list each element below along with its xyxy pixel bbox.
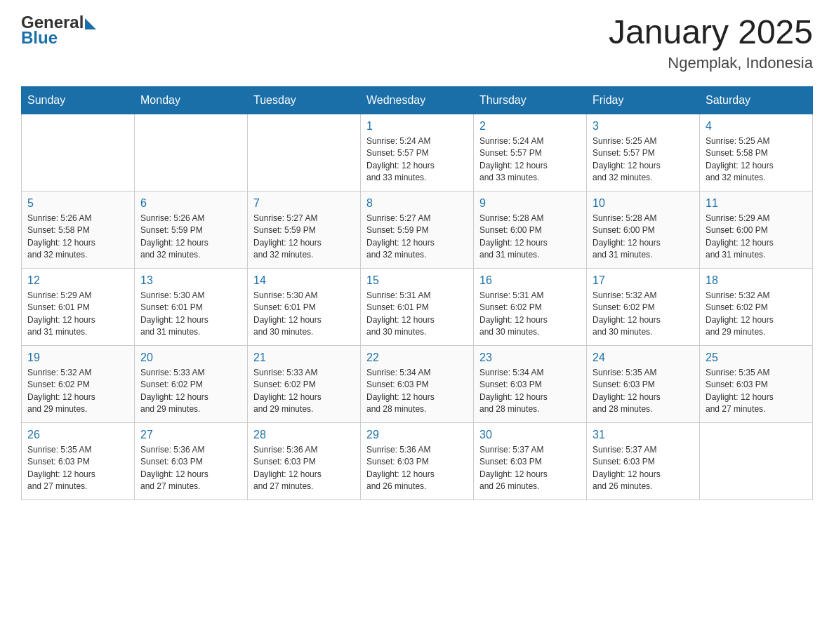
calendar-day-cell: 20Sunrise: 5:33 AM Sunset: 6:02 PM Dayli… xyxy=(135,345,248,422)
day-number: 15 xyxy=(366,274,468,287)
day-info: Sunrise: 5:32 AM Sunset: 6:02 PM Dayligh… xyxy=(593,290,694,339)
day-info: Sunrise: 5:36 AM Sunset: 6:03 PM Dayligh… xyxy=(366,444,468,493)
title-area: January 2025 Ngemplak, Indonesia xyxy=(609,14,813,72)
day-info: Sunrise: 5:37 AM Sunset: 6:03 PM Dayligh… xyxy=(593,444,694,493)
day-info: Sunrise: 5:30 AM Sunset: 6:01 PM Dayligh… xyxy=(253,290,355,339)
calendar-day-cell: 19Sunrise: 5:32 AM Sunset: 6:02 PM Dayli… xyxy=(22,345,135,422)
day-number: 7 xyxy=(253,197,355,210)
calendar-day-cell: 16Sunrise: 5:31 AM Sunset: 6:02 PM Dayli… xyxy=(474,268,587,345)
calendar-title: January 2025 xyxy=(609,14,813,51)
day-number: 11 xyxy=(706,197,807,210)
day-number: 16 xyxy=(479,274,581,287)
calendar-day-cell: 13Sunrise: 5:30 AM Sunset: 6:01 PM Dayli… xyxy=(135,268,248,345)
day-number: 6 xyxy=(140,197,241,210)
calendar-day-cell: 24Sunrise: 5:35 AM Sunset: 6:03 PM Dayli… xyxy=(587,345,700,422)
calendar-day-cell xyxy=(700,422,813,499)
day-number: 3 xyxy=(593,120,694,133)
day-info: Sunrise: 5:24 AM Sunset: 5:57 PM Dayligh… xyxy=(366,135,468,185)
day-info: Sunrise: 5:26 AM Sunset: 5:59 PM Dayligh… xyxy=(140,213,241,262)
day-number: 2 xyxy=(479,120,581,133)
day-number: 27 xyxy=(140,429,241,441)
calendar-header-row: SundayMondayTuesdayWednesdayThursdayFrid… xyxy=(22,86,813,114)
day-number: 24 xyxy=(593,351,694,364)
day-of-week-header: Wednesday xyxy=(361,86,474,114)
day-of-week-header: Thursday xyxy=(474,86,587,114)
logo: General Blue xyxy=(21,14,96,46)
day-number: 22 xyxy=(366,351,468,364)
day-info: Sunrise: 5:35 AM Sunset: 6:03 PM Dayligh… xyxy=(27,444,128,493)
calendar-day-cell: 5Sunrise: 5:26 AM Sunset: 5:58 PM Daylig… xyxy=(22,191,135,268)
day-info: Sunrise: 5:27 AM Sunset: 5:59 PM Dayligh… xyxy=(253,213,355,262)
calendar-day-cell: 26Sunrise: 5:35 AM Sunset: 6:03 PM Dayli… xyxy=(22,422,135,499)
calendar-day-cell xyxy=(22,114,135,191)
calendar-day-cell: 2Sunrise: 5:24 AM Sunset: 5:57 PM Daylig… xyxy=(474,114,587,191)
day-info: Sunrise: 5:34 AM Sunset: 6:03 PM Dayligh… xyxy=(479,367,581,416)
calendar-day-cell: 31Sunrise: 5:37 AM Sunset: 6:03 PM Dayli… xyxy=(587,422,700,499)
day-number: 20 xyxy=(140,351,241,364)
day-number: 14 xyxy=(253,274,355,287)
calendar-subtitle: Ngemplak, Indonesia xyxy=(609,54,813,72)
day-info: Sunrise: 5:28 AM Sunset: 6:00 PM Dayligh… xyxy=(593,213,694,262)
calendar-week-row: 19Sunrise: 5:32 AM Sunset: 6:02 PM Dayli… xyxy=(22,345,813,422)
calendar-day-cell xyxy=(135,114,248,191)
day-number: 4 xyxy=(706,120,807,133)
calendar-day-cell: 17Sunrise: 5:32 AM Sunset: 6:02 PM Dayli… xyxy=(587,268,700,345)
day-info: Sunrise: 5:33 AM Sunset: 6:02 PM Dayligh… xyxy=(140,367,241,416)
day-number: 17 xyxy=(593,274,694,287)
calendar-day-cell: 8Sunrise: 5:27 AM Sunset: 5:59 PM Daylig… xyxy=(361,191,474,268)
day-number: 31 xyxy=(593,429,694,441)
calendar-day-cell: 4Sunrise: 5:25 AM Sunset: 5:58 PM Daylig… xyxy=(700,114,813,191)
day-info: Sunrise: 5:32 AM Sunset: 6:02 PM Dayligh… xyxy=(27,367,128,416)
header: General Blue January 2025 Ngemplak, Indo… xyxy=(21,14,813,72)
logo-blue-text: Blue xyxy=(21,29,96,46)
day-info: Sunrise: 5:27 AM Sunset: 5:59 PM Dayligh… xyxy=(366,213,468,262)
calendar-day-cell: 9Sunrise: 5:28 AM Sunset: 6:00 PM Daylig… xyxy=(474,191,587,268)
day-number: 26 xyxy=(27,429,128,441)
calendar-day-cell: 25Sunrise: 5:35 AM Sunset: 6:03 PM Dayli… xyxy=(700,345,813,422)
day-number: 1 xyxy=(366,120,468,133)
calendar-day-cell: 11Sunrise: 5:29 AM Sunset: 6:00 PM Dayli… xyxy=(700,191,813,268)
day-number: 9 xyxy=(479,197,581,210)
day-info: Sunrise: 5:29 AM Sunset: 6:01 PM Dayligh… xyxy=(27,290,128,339)
day-number: 25 xyxy=(706,351,807,364)
calendar-day-cell: 18Sunrise: 5:32 AM Sunset: 6:02 PM Dayli… xyxy=(700,268,813,345)
day-number: 5 xyxy=(27,197,128,210)
calendar-day-cell: 27Sunrise: 5:36 AM Sunset: 6:03 PM Dayli… xyxy=(135,422,248,499)
day-info: Sunrise: 5:35 AM Sunset: 6:03 PM Dayligh… xyxy=(706,367,807,416)
calendar-week-row: 1Sunrise: 5:24 AM Sunset: 5:57 PM Daylig… xyxy=(22,114,813,191)
day-info: Sunrise: 5:31 AM Sunset: 6:01 PM Dayligh… xyxy=(366,290,468,339)
calendar-week-row: 26Sunrise: 5:35 AM Sunset: 6:03 PM Dayli… xyxy=(22,422,813,499)
logo-arrow-icon xyxy=(85,18,96,29)
day-info: Sunrise: 5:24 AM Sunset: 5:57 PM Dayligh… xyxy=(479,135,581,185)
day-number: 23 xyxy=(479,351,581,364)
day-info: Sunrise: 5:30 AM Sunset: 6:01 PM Dayligh… xyxy=(140,290,241,339)
day-of-week-header: Saturday xyxy=(700,86,813,114)
calendar-day-cell: 23Sunrise: 5:34 AM Sunset: 6:03 PM Dayli… xyxy=(474,345,587,422)
day-info: Sunrise: 5:37 AM Sunset: 6:03 PM Dayligh… xyxy=(479,444,581,493)
calendar-day-cell: 7Sunrise: 5:27 AM Sunset: 5:59 PM Daylig… xyxy=(248,191,361,268)
day-number: 28 xyxy=(253,429,355,441)
calendar-day-cell: 22Sunrise: 5:34 AM Sunset: 6:03 PM Dayli… xyxy=(361,345,474,422)
day-info: Sunrise: 5:29 AM Sunset: 6:00 PM Dayligh… xyxy=(706,213,807,262)
day-of-week-header: Sunday xyxy=(22,86,135,114)
calendar-day-cell: 28Sunrise: 5:36 AM Sunset: 6:03 PM Dayli… xyxy=(248,422,361,499)
day-number: 29 xyxy=(366,429,468,441)
calendar-table: SundayMondayTuesdayWednesdayThursdayFrid… xyxy=(21,86,813,500)
day-info: Sunrise: 5:31 AM Sunset: 6:02 PM Dayligh… xyxy=(479,290,581,339)
calendar-week-row: 5Sunrise: 5:26 AM Sunset: 5:58 PM Daylig… xyxy=(22,191,813,268)
calendar-day-cell: 10Sunrise: 5:28 AM Sunset: 6:00 PM Dayli… xyxy=(587,191,700,268)
day-info: Sunrise: 5:25 AM Sunset: 5:58 PM Dayligh… xyxy=(706,135,807,185)
day-info: Sunrise: 5:34 AM Sunset: 6:03 PM Dayligh… xyxy=(366,367,468,416)
day-number: 13 xyxy=(140,274,241,287)
day-number: 12 xyxy=(27,274,128,287)
day-info: Sunrise: 5:25 AM Sunset: 5:57 PM Dayligh… xyxy=(593,135,694,185)
day-info: Sunrise: 5:35 AM Sunset: 6:03 PM Dayligh… xyxy=(593,367,694,416)
calendar-day-cell: 12Sunrise: 5:29 AM Sunset: 6:01 PM Dayli… xyxy=(22,268,135,345)
calendar-day-cell: 29Sunrise: 5:36 AM Sunset: 6:03 PM Dayli… xyxy=(361,422,474,499)
calendar-day-cell: 14Sunrise: 5:30 AM Sunset: 6:01 PM Dayli… xyxy=(248,268,361,345)
day-of-week-header: Tuesday xyxy=(248,86,361,114)
day-of-week-header: Monday xyxy=(135,86,248,114)
day-number: 30 xyxy=(479,429,581,441)
day-number: 8 xyxy=(366,197,468,210)
calendar-day-cell: 15Sunrise: 5:31 AM Sunset: 6:01 PM Dayli… xyxy=(361,268,474,345)
